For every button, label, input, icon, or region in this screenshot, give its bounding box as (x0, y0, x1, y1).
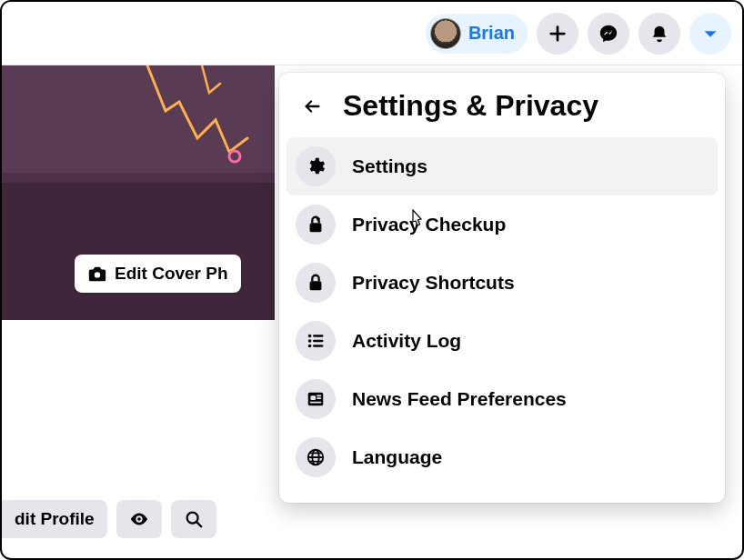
menu-item-label: Language (352, 446, 442, 468)
menu-header: Settings & Privacy (287, 84, 718, 137)
profile-button[interactable]: Brian (426, 14, 528, 54)
menu-item-activity-log[interactable]: Activity Log (287, 312, 718, 370)
view-as-button[interactable] (116, 500, 162, 538)
menu-item-label: Privacy Checkup (352, 214, 506, 235)
settings-privacy-menu: Settings & Privacy Settings Privacy Chec… (279, 73, 725, 503)
menu-item-news-feed-preferences[interactable]: News Feed Preferences (287, 370, 718, 428)
list-icon (296, 321, 336, 361)
heart-lock-icon (296, 205, 336, 245)
menu-item-privacy-shortcuts[interactable]: Privacy Shortcuts (287, 254, 718, 312)
eye-icon (129, 509, 149, 529)
svg-point-7 (308, 339, 312, 343)
profile-actions: dit Profile (2, 500, 216, 538)
menu-item-label: Activity Log (352, 330, 461, 352)
menu-item-language[interactable]: Language (287, 428, 718, 486)
svg-point-0 (229, 151, 240, 162)
edit-cover-photo-button[interactable]: Edit Cover Ph (75, 255, 241, 293)
search-icon (184, 509, 204, 529)
menu-item-label: News Feed Preferences (352, 388, 567, 410)
menu-item-label: Privacy Shortcuts (352, 272, 515, 294)
svg-point-3 (186, 513, 197, 524)
cover-photo: Edit Cover Ph (2, 65, 275, 320)
camera-icon (87, 264, 107, 284)
cover-image-lightning (129, 65, 275, 193)
edit-profile-button[interactable]: dit Profile (2, 500, 107, 538)
bell-icon (649, 24, 669, 44)
back-arrow-icon (302, 96, 322, 116)
svg-rect-4 (310, 223, 322, 232)
back-button[interactable] (296, 90, 328, 123)
svg-point-6 (308, 335, 312, 338)
messenger-button[interactable] (588, 13, 629, 55)
svg-point-2 (137, 517, 141, 521)
avatar (430, 18, 461, 49)
search-profile-button[interactable] (171, 500, 216, 538)
menu-title: Settings & Privacy (343, 89, 598, 123)
notifications-button[interactable] (638, 13, 680, 55)
menu-item-label: Settings (352, 155, 427, 177)
svg-point-8 (308, 345, 312, 348)
svg-rect-5 (310, 281, 322, 290)
account-menu-button[interactable] (689, 13, 731, 55)
svg-rect-10 (311, 395, 317, 400)
plus-icon (548, 24, 568, 44)
topbar: Brian (2, 2, 742, 65)
svg-point-1 (95, 272, 100, 277)
profile-name: Brian (468, 23, 515, 44)
lock-icon (296, 263, 336, 303)
messenger-icon (598, 24, 618, 44)
edit-cover-label: Edit Cover Ph (115, 264, 228, 284)
gear-icon (296, 146, 336, 186)
menu-item-settings[interactable]: Settings (287, 137, 718, 195)
news-icon (296, 379, 336, 419)
caret-down-icon (700, 24, 720, 44)
menu-item-privacy-checkup[interactable]: Privacy Checkup (287, 195, 718, 254)
globe-icon (296, 437, 336, 477)
edit-profile-label: dit Profile (15, 509, 95, 529)
create-button[interactable] (537, 13, 578, 55)
